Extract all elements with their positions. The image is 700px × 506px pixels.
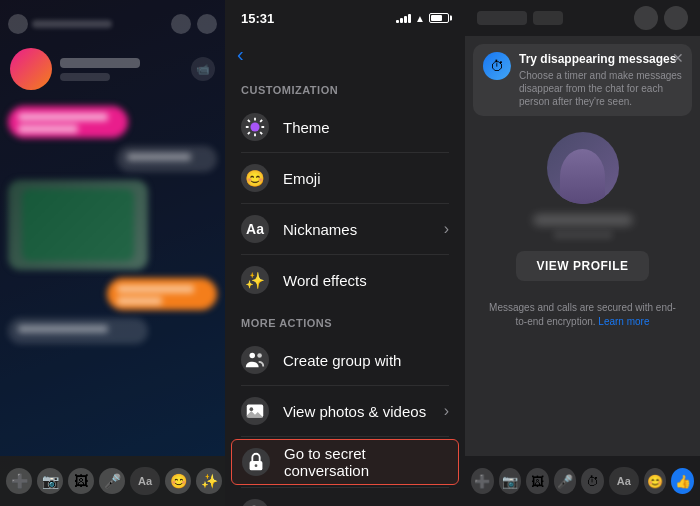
left-content: 📹 <box>0 0 225 506</box>
signal-bar-1 <box>396 20 399 23</box>
nicknames-label: Nicknames <box>283 221 444 238</box>
message-input[interactable]: Aa <box>609 467 639 495</box>
svg-point-4 <box>250 407 254 411</box>
emoji-icon[interactable]: 😊 <box>644 468 667 494</box>
right-panel: ⏱ Try disappearing messages Choose a tim… <box>465 0 700 506</box>
left-bottom-bar: ➕ 📷 🖼 🎤 Aa 😊 ✨ <box>0 456 225 506</box>
mic-icon[interactable]: 🎤 <box>554 468 577 494</box>
right-icon-1 <box>634 6 658 30</box>
disappear-text: Try disappearing messages Choose a timer… <box>519 52 682 108</box>
left-chat-panel: 📹 <box>0 0 225 506</box>
menu-item-search[interactable]: Search in conversation <box>225 488 465 506</box>
bubble <box>8 106 128 138</box>
battery-fill <box>431 15 442 21</box>
left-sub-blur <box>60 73 110 81</box>
left-icon-2 <box>197 14 217 34</box>
msg-bubble-1 <box>8 106 217 138</box>
left-avatar-bar: 📹 <box>0 44 225 94</box>
photos-icon <box>241 397 269 425</box>
aa-label: Aa <box>617 475 631 487</box>
left-topbar <box>0 4 225 44</box>
view-photos-label: View photos & videos <box>283 403 444 420</box>
menu-item-nicknames[interactable]: Aa Nicknames › <box>225 204 465 254</box>
message-input[interactable]: Aa <box>130 467 160 495</box>
learn-more-link[interactable]: Learn more <box>598 316 649 327</box>
time: 15:31 <box>241 11 274 26</box>
menu-item-word-effects[interactable]: ✨ Word effects <box>225 255 465 305</box>
effects-icon[interactable]: ✨ <box>196 468 222 494</box>
bubble <box>117 146 217 172</box>
mic-icon[interactable]: 🎤 <box>99 468 125 494</box>
camera-icon[interactable]: 📷 <box>499 468 522 494</box>
right-topbar-right <box>634 6 688 30</box>
bubble <box>107 278 217 310</box>
secret-conversation-label: Go to secret conversation <box>284 445 448 479</box>
status-icons: ▲ <box>396 13 449 24</box>
profile-section: VIEW PROFILE <box>465 116 700 293</box>
emoji-icon[interactable]: 😊 <box>165 468 191 494</box>
right-blur-text-2 <box>533 11 563 25</box>
thumbs-up-icon[interactable]: 👍 <box>671 468 694 494</box>
view-profile-button[interactable]: VIEW PROFILE <box>516 251 648 281</box>
section-more-actions-label: MORE ACTIONS <box>225 305 465 335</box>
right-topbar-left <box>477 11 563 25</box>
left-menu-icon <box>8 14 28 34</box>
menu-item-view-photos[interactable]: View photos & videos › <box>225 386 465 436</box>
signal-bars <box>396 13 411 23</box>
middle-panel: 15:31 ▲ ‹ CUSTOMIZATION Theme <box>225 0 465 506</box>
chat-area <box>0 98 225 360</box>
aa-label: Aa <box>138 475 152 487</box>
camera-icon[interactable]: 📷 <box>37 468 63 494</box>
word-effects-icon: ✨ <box>241 266 269 294</box>
back-button[interactable]: ‹ <box>237 43 244 66</box>
signal-bar-2 <box>400 18 403 23</box>
plus-icon[interactable]: ➕ <box>6 468 32 494</box>
svg-point-6 <box>255 464 258 467</box>
chevron-icon: › <box>444 402 449 420</box>
menu-item-secret-conversation[interactable]: Go to secret conversation <box>231 439 459 485</box>
menu-item-theme[interactable]: Theme <box>225 102 465 152</box>
middle-scroll[interactable]: CUSTOMIZATION Theme 😊 Emoji Aa Nicknames… <box>225 72 465 506</box>
plus-icon[interactable]: ➕ <box>471 468 494 494</box>
right-topbar <box>465 0 700 36</box>
avatar-figure <box>560 149 605 204</box>
image-bubble <box>8 180 148 270</box>
word-effects-label: Word effects <box>283 272 449 289</box>
profile-avatar <box>547 132 619 204</box>
middle-nav: ‹ <box>225 36 465 72</box>
emoji-menu-icon: 😊 <box>241 164 269 192</box>
right-blur-text-1 <box>477 11 527 25</box>
group-icon <box>241 346 269 374</box>
msg-bubble-5 <box>8 318 217 344</box>
chevron-icon: › <box>444 220 449 238</box>
timer-icon[interactable]: ⏱ <box>581 468 604 494</box>
encryption-text: Messages and calls are secured with end-… <box>465 293 700 337</box>
emoji-label: Emoji <box>283 170 449 187</box>
image-inner <box>22 189 134 261</box>
msg-bubble-3 <box>8 180 217 270</box>
disappear-desc: Choose a timer and make messages disappe… <box>519 69 682 108</box>
svg-point-0 <box>250 122 259 131</box>
right-icon-2 <box>664 6 688 30</box>
wifi-icon: ▲ <box>415 13 425 24</box>
avatar <box>10 48 52 90</box>
nicknames-icon: Aa <box>241 215 269 243</box>
right-bottom-bar: ➕ 📷 🖼 🎤 ⏱ Aa 😊 👍 <box>465 456 700 506</box>
menu-item-emoji[interactable]: 😊 Emoji <box>225 153 465 203</box>
left-icon-1 <box>171 14 191 34</box>
menu-item-create-group[interactable]: Create group with <box>225 335 465 385</box>
battery-icon <box>429 13 449 23</box>
section-customization-label: CUSTOMIZATION <box>225 72 465 102</box>
svg-point-1 <box>250 353 256 359</box>
image-icon[interactable]: 🖼 <box>68 468 94 494</box>
left-name-blur <box>60 58 140 68</box>
signal-bar-3 <box>404 16 407 23</box>
left-name-block <box>60 58 183 81</box>
msg-bubble-2 <box>8 146 217 172</box>
status-bar: 15:31 ▲ <box>225 0 465 36</box>
image-icon[interactable]: 🖼 <box>526 468 549 494</box>
disappear-close-button[interactable]: ✕ <box>672 50 684 66</box>
video-icon: 📹 <box>191 57 215 81</box>
theme-icon <box>241 113 269 141</box>
search-icon <box>241 499 269 506</box>
